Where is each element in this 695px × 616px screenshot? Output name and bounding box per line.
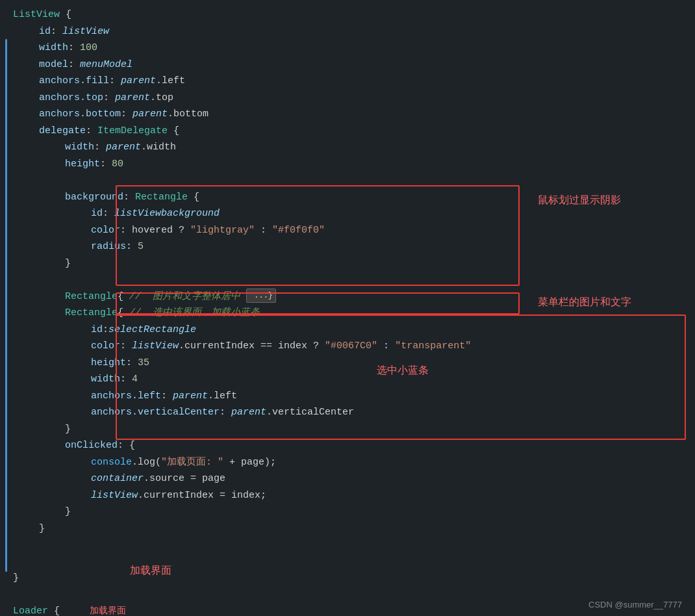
line-1: ListView {	[13, 6, 695, 23]
blank-line-4	[13, 554, 695, 571]
line-6: anchors.top : parent .top	[13, 90, 695, 107]
val-parent-bottom: parent	[133, 106, 168, 123]
type-itemdelegate: ItemDelegate	[97, 123, 168, 140]
val-parent-left: parent	[173, 388, 208, 405]
left-bar	[5, 39, 7, 572]
line-30: }	[13, 520, 695, 537]
val-parent: parent	[121, 73, 156, 90]
line-27: container .source = page	[13, 470, 695, 487]
line-7: anchors.bottom : parent .bottom	[13, 106, 695, 123]
line-26: console .log( "加载页面: " + page);	[13, 454, 695, 471]
line-3: width : 100	[13, 40, 695, 57]
prop-width3: width	[91, 371, 120, 388]
prop-width: width	[39, 40, 68, 57]
line-19: color : listView .currentIndex == index …	[13, 338, 695, 355]
type-rectangle: Rectangle	[135, 189, 188, 206]
val-selectrect: selectRectangle	[108, 322, 196, 339]
keyword-loader: Loader	[13, 603, 48, 616]
prop-id2: id	[91, 205, 103, 222]
annotation-label-bluebar: 选中小蓝条	[377, 364, 429, 378]
prop-height: height	[65, 156, 100, 173]
val-80: 80	[112, 156, 123, 173]
prop-anchors-top: anchors.top	[39, 90, 103, 107]
val-0067c0: "#0067C0"	[325, 338, 377, 355]
type-rect3: Rectangle	[65, 305, 118, 322]
prop-id: id	[39, 23, 51, 40]
keyword-listview: ListView	[13, 6, 60, 23]
line-12: id : listViewbackground	[13, 205, 695, 222]
prop-radius: radius	[91, 238, 126, 255]
val-4: 4	[132, 371, 138, 388]
blank-line-2	[13, 272, 695, 289]
val-container: container	[91, 470, 144, 487]
val-transparent: "transparent"	[395, 338, 471, 355]
val-listview2: listView	[132, 338, 179, 355]
line-25: onClicked : {	[13, 437, 695, 454]
val-console: console	[91, 454, 132, 471]
line-29: }	[13, 504, 695, 520]
line-8: delegate : ItemDelegate {	[13, 123, 695, 140]
comment-imgtext: // 图片和文字整体居中	[129, 289, 246, 305]
line-22: anchors.left : parent .left	[13, 388, 695, 405]
prop-color2: color	[91, 338, 120, 355]
prop-width2: width	[65, 139, 94, 156]
prop-onclick: onClicked	[65, 437, 118, 454]
val-35: 35	[138, 355, 149, 372]
annotation-label-loader: 加载界面	[130, 564, 171, 578]
type-rect2: Rectangle	[65, 289, 118, 305]
line-23: anchors.verticalCenter : parent .vertica…	[13, 404, 695, 421]
comment-select: // 选中该界面，加载小蓝条	[129, 305, 260, 322]
prop-anchors-left: anchors.left	[91, 388, 161, 405]
load-page-label: 加载界面	[90, 603, 126, 616]
blank-line-1	[13, 172, 695, 189]
annotation-label-shadow: 鼠标划过显示阴影	[538, 194, 621, 207]
annotation-label-imgtext: 菜单栏的图片和文字	[538, 296, 631, 309]
collapsed-block[interactable]: ...}	[246, 289, 276, 303]
line-5: anchors.fill : parent .left	[13, 73, 695, 90]
line-15: }	[13, 255, 695, 272]
val-menumodel: menuModel	[80, 57, 133, 73]
prop-background: background	[65, 189, 123, 206]
prop-delegate: delegate	[39, 123, 86, 140]
line-21: width : 4	[13, 371, 695, 388]
val-parent-top: parent	[115, 90, 150, 107]
val-parent-width: parent	[106, 139, 141, 156]
val-100: 100	[80, 40, 97, 57]
val-lightgray: "lightgray"	[190, 222, 255, 239]
line-13: color : hovered ? "lightgray" : "#f0f0f0…	[13, 222, 695, 239]
val-5: 5	[138, 238, 144, 255]
val-parent-vc: parent	[231, 404, 266, 421]
line-24: }	[13, 421, 695, 438]
line-14: radius : 5	[13, 238, 695, 255]
line-18: id : selectRectangle	[13, 322, 695, 339]
prop-anchors-bottom: anchors.bottom	[39, 106, 121, 123]
line-10: height : 80	[13, 156, 695, 173]
prop-height2: height	[91, 355, 126, 372]
line-31: }	[13, 570, 695, 587]
prop-model: model	[39, 57, 68, 73]
line-9: width : parent .width	[13, 139, 695, 156]
line-28: listView .currentIndex = index;	[13, 487, 695, 504]
val-listviewbg: listViewbackground	[114, 205, 220, 222]
prop-color: color	[91, 222, 120, 239]
footer-credit: CSDN @summer__7777	[588, 600, 682, 610]
prop-id3: id	[91, 322, 103, 339]
line-4: model : menuModel	[13, 57, 695, 73]
prop-anchors-fill: anchors.fill	[39, 73, 109, 90]
val-listview3: listView	[91, 487, 138, 504]
val-listview: listView	[62, 23, 109, 40]
line-20: height : 35	[13, 355, 695, 372]
blank-line-3	[13, 537, 695, 554]
line-2: id : listView	[13, 23, 695, 40]
val-f0f0f0: "#f0f0f0"	[272, 222, 325, 239]
val-log-string: "加载页面: "	[161, 454, 223, 471]
prop-anchors-vc: anchors.verticalCenter	[91, 404, 220, 421]
